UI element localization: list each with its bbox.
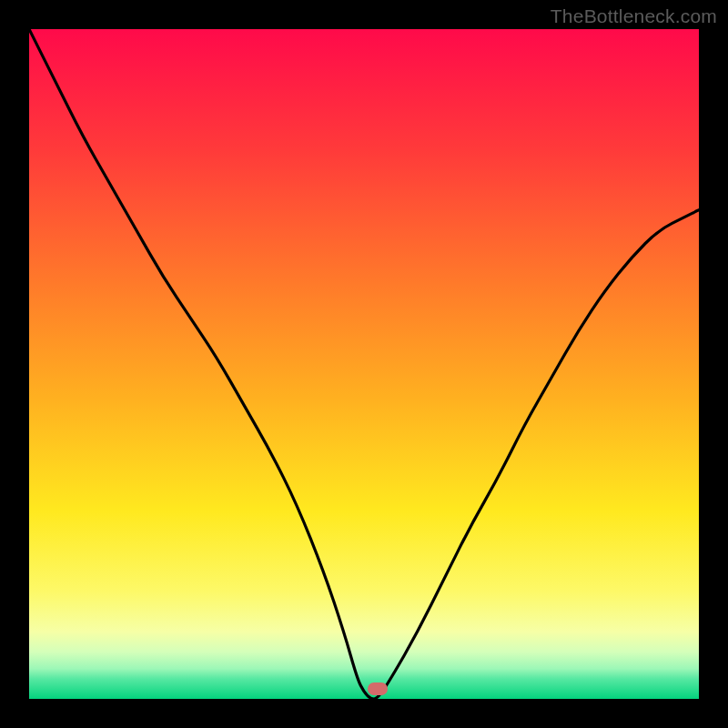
watermark-text: TheBottleneck.com <box>551 5 717 27</box>
chart-frame: TheBottleneck.com <box>0 0 728 728</box>
plot-area <box>29 29 699 699</box>
